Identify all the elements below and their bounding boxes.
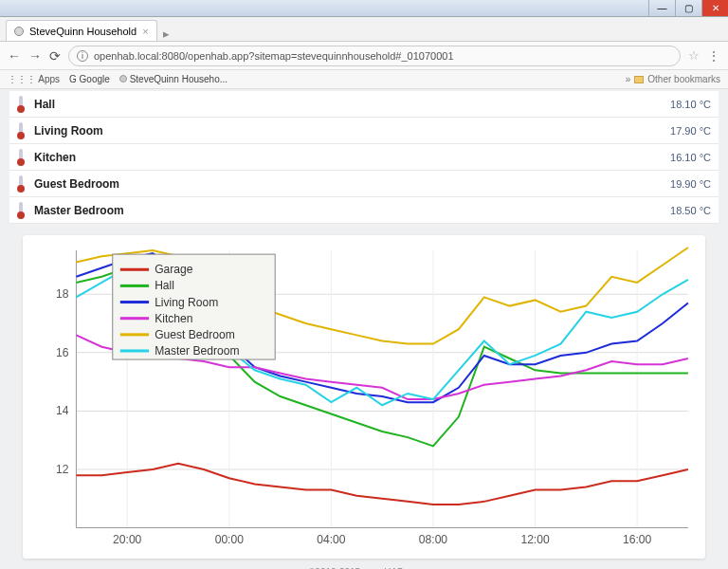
tab-close-icon[interactable]: × xyxy=(142,26,148,37)
svg-text:Master Bedroom: Master Bedroom xyxy=(155,344,239,358)
sensor-row[interactable]: Kitchen16.10 °C xyxy=(9,144,719,171)
window-close-button[interactable]: ✕ xyxy=(701,0,728,16)
svg-text:12: 12 xyxy=(56,463,69,476)
forward-button[interactable]: → xyxy=(28,48,42,64)
favicon-icon xyxy=(14,27,24,36)
sensor-label: Hall xyxy=(34,98,55,111)
sensor-value: 17.90 °C xyxy=(670,125,711,137)
other-bookmarks[interactable]: Other bookmarks xyxy=(647,74,720,84)
svg-text:16: 16 xyxy=(56,346,69,359)
browser-window: — ▢ ✕ SteveQuinn Household × ▸ ← → ⟳ i o… xyxy=(0,0,728,569)
tab-strip: SteveQuinn Household × ▸ xyxy=(0,17,728,42)
sensor-list: Hall18.10 °CLiving Room17.90 °CKitchen16… xyxy=(9,91,719,224)
svg-text:Guest Bedroom: Guest Bedroom xyxy=(155,328,235,341)
bookmark-item-openhab[interactable]: SteveQuinn Househo... xyxy=(119,74,228,84)
apps-shortcut[interactable]: ⋮⋮⋮ Apps xyxy=(8,74,60,84)
tab-title: SteveQuinn Household xyxy=(29,26,136,37)
bookmark-star-icon[interactable]: ☆ xyxy=(688,48,700,63)
address-bar: ← → ⟳ i openhab.local:8080/openhab.app?s… xyxy=(0,42,728,70)
bookmarks-bar: ⋮⋮⋮ Apps G Google SteveQuinn Househo... … xyxy=(0,70,728,89)
page-content: Hall18.10 °CLiving Room17.90 °CKitchen16… xyxy=(0,89,728,569)
sensor-row[interactable]: Guest Bedroom19.90 °C xyxy=(9,171,719,197)
browser-menu-icon[interactable]: ⋮ xyxy=(707,48,720,64)
bookmark-item-google[interactable]: G Google xyxy=(69,74,110,84)
thermometer-icon xyxy=(17,122,25,139)
thermometer-icon xyxy=(17,96,25,113)
folder-icon xyxy=(634,76,644,83)
sensor-value: 19.90 °C xyxy=(670,178,711,190)
window-titlebar: — ▢ ✕ xyxy=(0,0,728,17)
browser-tab[interactable]: SteveQuinn Household × xyxy=(6,20,157,41)
svg-text:Living Room: Living Room xyxy=(155,296,218,309)
svg-text:12:00: 12:00 xyxy=(520,533,550,546)
svg-text:Kitchen: Kitchen xyxy=(155,312,192,325)
svg-text:00:00: 00:00 xyxy=(215,533,245,546)
sensor-label: Master Bedroom xyxy=(34,204,124,217)
sensor-label: Guest Bedroom xyxy=(34,177,119,191)
svg-text:08:00: 08:00 xyxy=(419,533,448,546)
svg-text:04:00: 04:00 xyxy=(317,533,346,546)
svg-text:Garage: Garage xyxy=(155,263,193,276)
thermometer-icon xyxy=(17,149,25,166)
new-tab-button[interactable]: ▸ xyxy=(157,27,176,41)
window-minimize-button[interactable]: — xyxy=(648,0,675,16)
svg-text:20:00: 20:00 xyxy=(113,533,142,546)
back-button[interactable]: ← xyxy=(8,48,21,64)
page-footer: ©2010-2015 openHAB.org xyxy=(0,564,728,569)
svg-text:Hall: Hall xyxy=(155,279,174,292)
svg-text:14: 14 xyxy=(56,404,69,417)
sensor-value: 16.10 °C xyxy=(670,152,711,163)
reload-button[interactable]: ⟳ xyxy=(49,48,61,64)
sensor-row[interactable]: Master Bedroom18.50 °C xyxy=(9,197,719,224)
thermometer-icon xyxy=(17,175,25,193)
svg-text:18: 18 xyxy=(56,287,69,301)
sensor-row[interactable]: Hall18.10 °C xyxy=(9,91,719,118)
temperature-chart: 1214161820:0000:0004:0008:0012:0016:00Ga… xyxy=(28,241,698,557)
chart-card: 1214161820:0000:0004:0008:0012:0016:00Ga… xyxy=(23,235,705,559)
sensor-label: Living Room xyxy=(34,124,103,138)
svg-text:16:00: 16:00 xyxy=(623,533,652,546)
site-info-icon[interactable]: i xyxy=(77,50,88,62)
url-field[interactable]: i openhab.local:8080/openhab.app?sitemap… xyxy=(68,46,681,66)
sensor-value: 18.10 °C xyxy=(670,99,711,110)
url-text: openhab.local:8080/openhab.app?sitemap=s… xyxy=(94,50,454,62)
sensor-value: 18.50 °C xyxy=(670,205,711,216)
sensor-label: Kitchen xyxy=(34,151,76,164)
sensor-row[interactable]: Living Room17.90 °C xyxy=(9,118,719,144)
thermometer-icon xyxy=(17,202,25,219)
bookmarks-overflow-chevron[interactable]: » xyxy=(626,74,631,84)
window-maximize-button[interactable]: ▢ xyxy=(675,0,701,16)
